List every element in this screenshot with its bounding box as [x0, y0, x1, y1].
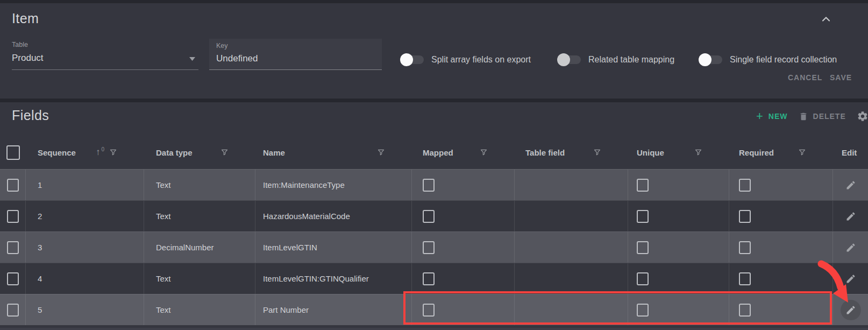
unique-checkbox[interactable]	[628, 232, 729, 263]
required-checkbox[interactable]	[729, 263, 833, 294]
table-row-3[interactable]: 3 DecimalNumber ItemLevelGTIN	[0, 231, 868, 263]
table-row-5[interactable]: 5 Text Part Number	[0, 294, 868, 325]
cancel-button[interactable]: CANCEL	[788, 73, 822, 82]
plus-icon: +	[756, 111, 764, 121]
trash-icon	[799, 111, 808, 122]
data-type-cell: Text	[144, 263, 255, 294]
table-row-2[interactable]: 2 Text HazardousMaterialCode	[0, 200, 868, 231]
row-select-checkbox[interactable]	[0, 201, 26, 231]
name-cell: HazardousMaterialCode	[255, 201, 412, 231]
toggle-split-array-fields[interactable]: Split array fields on export	[401, 52, 531, 67]
toggle-knob	[557, 53, 570, 66]
table-row-1[interactable]: 1 Text Item:MaintenanceType	[0, 169, 868, 200]
checkbox-icon	[7, 272, 19, 285]
table-field-cell	[515, 201, 628, 231]
sequence-cell: 4	[26, 263, 144, 294]
delete-button[interactable]: DELETE	[799, 111, 846, 122]
checkbox-icon	[7, 241, 19, 254]
checkbox-icon	[739, 272, 751, 285]
row-select-checkbox[interactable]	[0, 232, 26, 263]
column-header-data-type[interactable]: Data type	[144, 136, 255, 169]
new-button[interactable]: + NEW	[756, 111, 788, 121]
toggle-track	[401, 55, 424, 64]
table-row-4[interactable]: 4 Text ItemLevelGTIN:GTINQualifier	[0, 263, 868, 294]
toggle-related-table-mapping[interactable]: Related table mapping	[558, 52, 674, 67]
filter-icon[interactable]	[694, 148, 702, 157]
sequence-cell: 3	[26, 232, 144, 263]
fields-toolbar: + NEW DELETE	[756, 110, 868, 122]
column-label: Mapped	[423, 148, 453, 157]
edit-button[interactable]	[833, 170, 868, 200]
mapped-checkbox[interactable]	[412, 232, 515, 263]
sequence-cell: 2	[26, 201, 144, 231]
unique-checkbox[interactable]	[628, 170, 729, 200]
table-select-label: Table	[12, 41, 28, 48]
new-button-label: NEW	[769, 112, 788, 121]
item-panel: Item Table Product Key Undefined Split a…	[0, 3, 868, 99]
row-select-checkbox[interactable]	[0, 263, 26, 294]
checkbox-icon	[637, 210, 649, 223]
checkbox-icon	[637, 179, 649, 192]
filter-icon[interactable]	[377, 148, 385, 157]
mapped-checkbox[interactable]	[412, 263, 515, 294]
toggle-single-field-record[interactable]: Single field record collection	[700, 52, 837, 67]
sequence-cell: 1	[26, 170, 144, 200]
name-cell: ItemLevelGTIN	[255, 232, 412, 263]
edit-button[interactable]	[833, 294, 868, 325]
edit-button[interactable]	[833, 232, 868, 263]
mapped-checkbox[interactable]	[412, 201, 515, 231]
table-field-cell	[515, 263, 628, 294]
name-cell: ItemLevelGTIN:GTINQualifier	[255, 263, 412, 294]
column-header-edit: Edit	[833, 136, 868, 169]
edit-button-hover-circle	[841, 300, 861, 320]
filter-icon[interactable]	[593, 148, 601, 157]
pencil-icon	[845, 305, 856, 315]
filter-icon[interactable]	[480, 148, 488, 157]
table-field-cell	[515, 170, 628, 200]
toggle-knob	[699, 53, 712, 66]
save-button[interactable]: SAVE	[830, 73, 852, 82]
mapped-checkbox[interactable]	[412, 294, 515, 325]
required-checkbox[interactable]	[729, 170, 833, 200]
column-header-required[interactable]: Required	[729, 136, 833, 169]
column-header-unique[interactable]: Unique	[628, 136, 729, 169]
unique-checkbox[interactable]	[628, 294, 729, 325]
checkbox-icon	[739, 179, 751, 192]
required-checkbox[interactable]	[729, 294, 833, 325]
collapse-panel-button[interactable]	[820, 13, 833, 28]
column-label: Required	[739, 148, 774, 157]
toggle-label: Single field record collection	[730, 55, 837, 65]
sort-ascending-icon[interactable]: ↑0	[96, 147, 103, 158]
key-input[interactable]: Key Undefined	[209, 39, 382, 70]
chevron-down-icon	[189, 57, 195, 61]
select-all-checkbox[interactable]	[0, 136, 26, 169]
column-label: Unique	[637, 148, 664, 157]
mapped-checkbox[interactable]	[412, 170, 515, 200]
unique-checkbox[interactable]	[628, 201, 729, 231]
pencil-icon	[845, 180, 856, 191]
required-checkbox[interactable]	[729, 201, 833, 231]
gear-icon[interactable]	[857, 110, 868, 122]
required-checkbox[interactable]	[729, 232, 833, 263]
column-header-sequence[interactable]: Sequence ↑0	[26, 136, 144, 169]
toggle-knob	[400, 53, 413, 66]
column-header-name[interactable]: Name	[255, 136, 412, 169]
unique-checkbox[interactable]	[628, 263, 729, 294]
checkbox-icon	[739, 241, 751, 254]
filter-icon[interactable]	[798, 148, 806, 157]
toggle-track	[700, 55, 722, 64]
edit-button[interactable]	[833, 201, 868, 231]
chevron-up-icon	[820, 13, 833, 26]
column-header-mapped[interactable]: Mapped	[412, 136, 515, 169]
key-input-label: Key	[216, 42, 228, 50]
column-header-table-field[interactable]: Table field	[515, 136, 628, 169]
table-select[interactable]: Table Product	[12, 39, 198, 70]
table-body: 1 Text Item:MaintenanceType 2 Text Hazar…	[0, 169, 868, 325]
filter-icon[interactable]	[109, 148, 117, 157]
row-select-checkbox[interactable]	[0, 294, 26, 325]
row-select-checkbox[interactable]	[0, 170, 26, 200]
filter-icon[interactable]	[220, 148, 229, 157]
checkbox-icon	[423, 241, 435, 254]
sort-order-index: 0	[101, 146, 104, 152]
edit-button[interactable]	[833, 263, 868, 294]
